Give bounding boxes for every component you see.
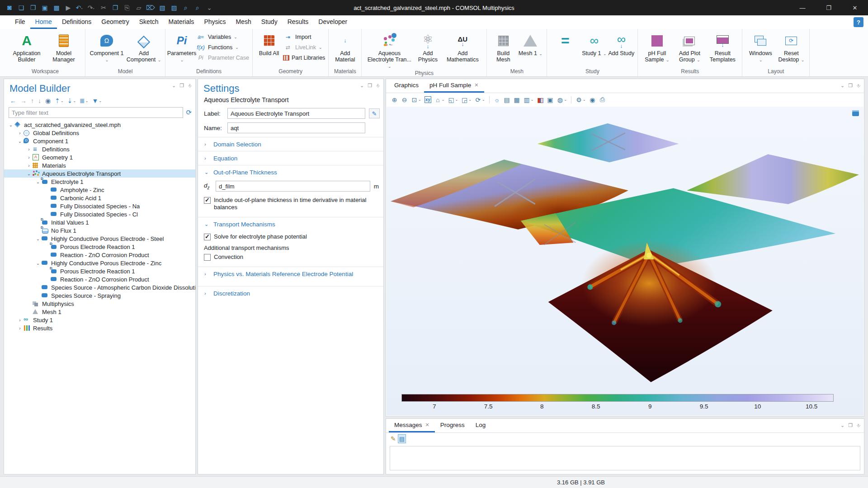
menu-item[interactable]: Sketch — [134, 15, 164, 29]
plot-array-icon[interactable]: ▥⌄ — [522, 95, 535, 105]
study-1-button[interactable]: ∞ Study 1 ⌄ — [581, 30, 607, 57]
rename-icon[interactable]: ✎ — [369, 108, 380, 118]
lock-view-icon[interactable]: ▣ — [545, 95, 555, 105]
menu-item[interactable]: Study — [256, 15, 283, 29]
tree-expander[interactable]: ⌄ — [8, 122, 14, 127]
graphics-tab[interactable]: Graphics — [389, 79, 424, 93]
label-input[interactable] — [227, 108, 365, 119]
tree-item[interactable]: › Results — [4, 324, 195, 332]
paste-icon[interactable]: ⎘ — [121, 2, 132, 14]
out-of-plane-checkbox[interactable] — [204, 197, 211, 204]
tree-item[interactable]: › Global Definitions — [4, 129, 195, 137]
table-view-icon[interactable]: ▤ — [398, 434, 406, 443]
search-icon[interactable]: ⌕ — [192, 2, 203, 14]
pin-panel-icon[interactable]: ⎀ — [856, 422, 860, 428]
menu-item[interactable]: Geometry — [96, 15, 134, 29]
tree-expander[interactable]: ⌄ — [26, 171, 32, 176]
tree-item[interactable]: Multiphysics — [4, 300, 195, 308]
results-thumbnail-icon[interactable] — [852, 110, 859, 116]
float-panel-icon[interactable]: ❐ — [368, 83, 372, 89]
view-2d-icon[interactable]: xy — [423, 95, 433, 105]
tree-expander[interactable]: › — [26, 147, 32, 152]
clear-selection-icon[interactable]: ▨ — [168, 2, 179, 14]
tree-expander[interactable]: ⌄ — [35, 179, 41, 184]
functions-button[interactable]: f(x) Functions⌄ — [196, 43, 239, 52]
minimize-button[interactable]: — — [789, 0, 816, 15]
livelink-button[interactable]: ⇄ LiveLink⌄ — [283, 43, 322, 52]
thickness-input[interactable] — [216, 181, 370, 192]
redo-icon[interactable]: ↷⌄ — [86, 2, 97, 14]
result-templates-button[interactable]: ↓ Result Templates — [706, 30, 739, 63]
tree-item[interactable]: ⌄ Aqueous Electrolyte Transport — [4, 169, 195, 178]
float-panel-icon[interactable]: ❐ — [179, 83, 184, 89]
zoom-in-icon[interactable]: ⊕ — [390, 95, 399, 105]
model-tree-settings-icon[interactable]: ≣⌄ — [78, 96, 90, 105]
copy-icon[interactable]: ❐ — [109, 2, 120, 14]
graphics-settings-icon[interactable]: ⚙⌄ — [574, 95, 587, 105]
tree-expander[interactable]: › — [17, 131, 23, 136]
tree-expander[interactable]: ⌄ — [35, 261, 41, 266]
section-equation[interactable]: › Equation — [198, 151, 383, 165]
menu-item[interactable]: Materials — [164, 15, 199, 29]
tree-item[interactable]: Ampholyte - Zinc — [4, 186, 195, 194]
menu-item[interactable]: Physics — [199, 15, 231, 29]
part-libraries-button[interactable]: Part Libraries — [283, 53, 325, 62]
print-icon[interactable]: ⎙ — [598, 95, 607, 105]
run-icon[interactable]: ▶ — [62, 2, 73, 14]
menu-item[interactable]: Developer — [313, 15, 352, 29]
zoom-extents-icon[interactable]: ⊡⌄ — [410, 95, 423, 105]
tree-expander[interactable]: › — [17, 326, 23, 331]
tree-item[interactable]: › Materials — [4, 161, 195, 169]
tree-item[interactable]: Fully Dissociated Species - Na — [4, 202, 195, 210]
build-mesh-button[interactable]: Build Mesh — [490, 30, 516, 63]
menu-item[interactable]: Home — [30, 15, 57, 29]
snapshot-icon[interactable]: ◉ — [588, 95, 597, 105]
windows-button[interactable]: Windows⌄ — [745, 30, 775, 63]
add-physics-button[interactable]: ⚛↓ Add Physics — [415, 30, 441, 63]
graphics-tab[interactable]: pH Full Sample✕ — [424, 79, 484, 93]
float-panel-icon[interactable]: ❐ — [848, 83, 853, 89]
environment-reflections-icon[interactable]: ◍⌄ — [555, 95, 568, 105]
application-builder-button[interactable]: A Application Builder — [9, 30, 45, 63]
reset-rotation-icon[interactable]: ⟳⌄ — [473, 95, 486, 105]
tree-expander[interactable]: › — [17, 318, 23, 323]
move-down-icon[interactable]: ↓ — [37, 96, 43, 105]
tree-item[interactable]: ⌄ Electrolyte 1 — [4, 178, 195, 186]
collapse-panel-icon[interactable]: ⌄ — [840, 422, 844, 428]
section-out-of-plane-thickness[interactable]: ⌄ Out-of-Plane Thickness — [198, 165, 383, 179]
solve-electrolyte-checkbox[interactable] — [204, 234, 211, 240]
tree-item[interactable]: Species Source - Atmospheric Carbon Diox… — [4, 283, 195, 291]
default-view-icon[interactable]: ⌂⌄ — [433, 95, 446, 105]
cut-icon[interactable]: ✂ — [98, 2, 108, 14]
open-icon[interactable]: ❒ — [27, 2, 38, 14]
add-mathematics-button[interactable]: ΔU↓ Add Mathematics — [442, 30, 483, 63]
forward-icon[interactable]: → — [19, 96, 28, 105]
refresh-icon[interactable]: ⟳ — [186, 108, 192, 117]
select-mode-icon[interactable]: ◧ — [535, 95, 545, 105]
tree-expander[interactable]: › — [26, 163, 32, 168]
collapse-panel-icon[interactable]: ⌄ — [172, 83, 176, 89]
add-plot-group-button[interactable]: Add Plot Group ⌄ — [674, 30, 705, 63]
restore-button[interactable]: ❐ — [816, 0, 842, 15]
ph-full-sample-button[interactable]: pH Full Sample ⌄ — [641, 30, 673, 63]
back-icon[interactable]: ← — [9, 96, 18, 105]
add-component-button[interactable]: Add Component ⌄ — [126, 30, 162, 63]
tree-item[interactable]: › Study 1 — [4, 316, 195, 324]
show-grid-icon[interactable]: ▦ — [512, 95, 522, 105]
tree-item[interactable]: › Geometry 1 — [4, 153, 195, 161]
select-box-icon[interactable]: ▧ — [156, 2, 167, 14]
scene-light-icon[interactable]: ☼ — [492, 95, 502, 105]
pin-panel-icon[interactable]: ⎀ — [856, 83, 860, 89]
tree-item[interactable]: Species Source - Spraying — [4, 291, 195, 300]
tree-item[interactable]: › Definitions — [4, 145, 195, 153]
messages-tab[interactable]: Log — [470, 419, 491, 432]
float-panel-icon[interactable]: ❐ — [848, 422, 853, 428]
mesh-1-button[interactable]: Mesh 1 ⌄ — [517, 30, 543, 57]
parameter-case-button[interactable]: Pi Parameter Case — [196, 53, 249, 62]
view-plane-xy-icon[interactable]: ◱⌄ — [447, 95, 460, 105]
name-input[interactable] — [227, 122, 365, 133]
graphics-canvas[interactable]: 7 7.5 8 8.5 9 9.5 10 10.5 — [387, 107, 863, 416]
duplicate-icon[interactable]: ▱ — [133, 2, 144, 14]
tree-item[interactable]: Fully Dissociated Species - Cl — [4, 210, 195, 218]
filter-icon[interactable]: ▼⌄ — [91, 96, 104, 105]
